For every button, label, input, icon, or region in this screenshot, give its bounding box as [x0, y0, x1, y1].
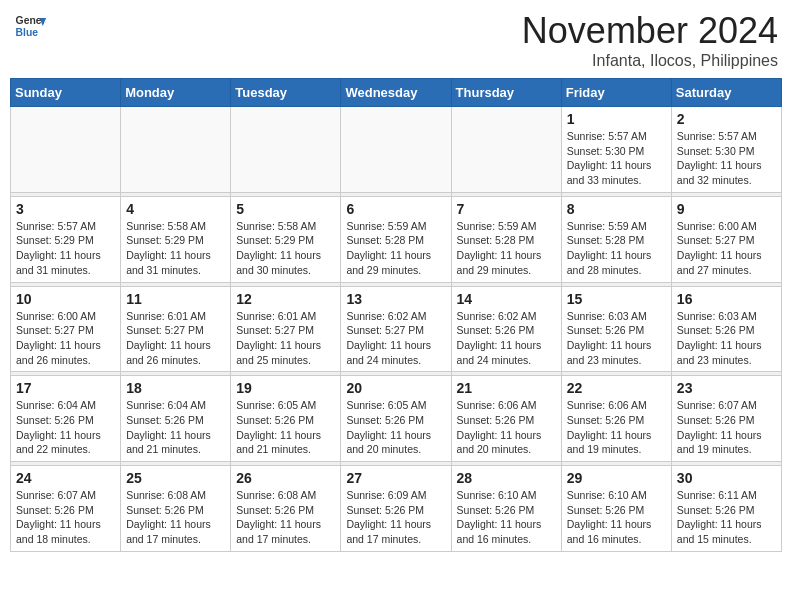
day-number: 16	[677, 291, 776, 307]
day-info: Sunrise: 6:02 AM Sunset: 5:27 PM Dayligh…	[346, 309, 445, 368]
day-number: 13	[346, 291, 445, 307]
day-info: Sunrise: 6:08 AM Sunset: 5:26 PM Dayligh…	[236, 488, 335, 547]
calendar-day-cell: 29Sunrise: 6:10 AM Sunset: 5:26 PM Dayli…	[561, 466, 671, 552]
calendar-day-cell: 21Sunrise: 6:06 AM Sunset: 5:26 PM Dayli…	[451, 376, 561, 462]
calendar-day-cell: 4Sunrise: 5:58 AM Sunset: 5:29 PM Daylig…	[121, 196, 231, 282]
day-number: 12	[236, 291, 335, 307]
day-info: Sunrise: 5:58 AM Sunset: 5:29 PM Dayligh…	[236, 219, 335, 278]
day-number: 10	[16, 291, 115, 307]
page-header: General Blue November 2024 Infanta, Iloc…	[10, 10, 782, 70]
calendar-day-cell: 19Sunrise: 6:05 AM Sunset: 5:26 PM Dayli…	[231, 376, 341, 462]
day-number: 20	[346, 380, 445, 396]
day-info: Sunrise: 5:59 AM Sunset: 5:28 PM Dayligh…	[346, 219, 445, 278]
calendar-day-cell: 13Sunrise: 6:02 AM Sunset: 5:27 PM Dayli…	[341, 286, 451, 372]
day-number: 19	[236, 380, 335, 396]
calendar-day-cell: 3Sunrise: 5:57 AM Sunset: 5:29 PM Daylig…	[11, 196, 121, 282]
day-number: 1	[567, 111, 666, 127]
weekday-header: Tuesday	[231, 79, 341, 107]
calendar-day-cell	[231, 107, 341, 193]
calendar-day-cell: 30Sunrise: 6:11 AM Sunset: 5:26 PM Dayli…	[671, 466, 781, 552]
day-info: Sunrise: 6:01 AM Sunset: 5:27 PM Dayligh…	[236, 309, 335, 368]
day-info: Sunrise: 6:00 AM Sunset: 5:27 PM Dayligh…	[677, 219, 776, 278]
day-info: Sunrise: 6:01 AM Sunset: 5:27 PM Dayligh…	[126, 309, 225, 368]
day-info: Sunrise: 6:03 AM Sunset: 5:26 PM Dayligh…	[567, 309, 666, 368]
calendar-day-cell	[451, 107, 561, 193]
day-info: Sunrise: 5:57 AM Sunset: 5:29 PM Dayligh…	[16, 219, 115, 278]
day-info: Sunrise: 6:05 AM Sunset: 5:26 PM Dayligh…	[346, 398, 445, 457]
calendar-day-cell: 1Sunrise: 5:57 AM Sunset: 5:30 PM Daylig…	[561, 107, 671, 193]
calendar-day-cell: 10Sunrise: 6:00 AM Sunset: 5:27 PM Dayli…	[11, 286, 121, 372]
day-info: Sunrise: 5:59 AM Sunset: 5:28 PM Dayligh…	[567, 219, 666, 278]
calendar-day-cell: 27Sunrise: 6:09 AM Sunset: 5:26 PM Dayli…	[341, 466, 451, 552]
calendar-day-cell: 14Sunrise: 6:02 AM Sunset: 5:26 PM Dayli…	[451, 286, 561, 372]
day-info: Sunrise: 6:09 AM Sunset: 5:26 PM Dayligh…	[346, 488, 445, 547]
calendar-day-cell: 2Sunrise: 5:57 AM Sunset: 5:30 PM Daylig…	[671, 107, 781, 193]
calendar-week-row: 10Sunrise: 6:00 AM Sunset: 5:27 PM Dayli…	[11, 286, 782, 372]
calendar-day-cell: 5Sunrise: 5:58 AM Sunset: 5:29 PM Daylig…	[231, 196, 341, 282]
day-info: Sunrise: 6:06 AM Sunset: 5:26 PM Dayligh…	[567, 398, 666, 457]
day-number: 4	[126, 201, 225, 217]
calendar-day-cell	[341, 107, 451, 193]
day-number: 29	[567, 470, 666, 486]
weekday-header: Thursday	[451, 79, 561, 107]
day-number: 22	[567, 380, 666, 396]
day-number: 11	[126, 291, 225, 307]
day-info: Sunrise: 6:04 AM Sunset: 5:26 PM Dayligh…	[126, 398, 225, 457]
calendar-week-row: 1Sunrise: 5:57 AM Sunset: 5:30 PM Daylig…	[11, 107, 782, 193]
day-number: 28	[457, 470, 556, 486]
day-number: 26	[236, 470, 335, 486]
day-info: Sunrise: 6:10 AM Sunset: 5:26 PM Dayligh…	[457, 488, 556, 547]
calendar-day-cell: 18Sunrise: 6:04 AM Sunset: 5:26 PM Dayli…	[121, 376, 231, 462]
day-number: 23	[677, 380, 776, 396]
day-info: Sunrise: 6:07 AM Sunset: 5:26 PM Dayligh…	[677, 398, 776, 457]
logo: General Blue	[14, 10, 46, 42]
day-number: 5	[236, 201, 335, 217]
day-info: Sunrise: 6:08 AM Sunset: 5:26 PM Dayligh…	[126, 488, 225, 547]
day-info: Sunrise: 6:10 AM Sunset: 5:26 PM Dayligh…	[567, 488, 666, 547]
day-number: 24	[16, 470, 115, 486]
calendar-day-cell: 28Sunrise: 6:10 AM Sunset: 5:26 PM Dayli…	[451, 466, 561, 552]
month-title: November 2024	[522, 10, 778, 52]
calendar-table: SundayMondayTuesdayWednesdayThursdayFrid…	[10, 78, 782, 552]
day-number: 18	[126, 380, 225, 396]
day-number: 8	[567, 201, 666, 217]
day-number: 7	[457, 201, 556, 217]
calendar-week-row: 24Sunrise: 6:07 AM Sunset: 5:26 PM Dayli…	[11, 466, 782, 552]
location-title: Infanta, Ilocos, Philippines	[522, 52, 778, 70]
day-info: Sunrise: 6:11 AM Sunset: 5:26 PM Dayligh…	[677, 488, 776, 547]
day-info: Sunrise: 6:04 AM Sunset: 5:26 PM Dayligh…	[16, 398, 115, 457]
day-info: Sunrise: 5:58 AM Sunset: 5:29 PM Dayligh…	[126, 219, 225, 278]
day-info: Sunrise: 6:05 AM Sunset: 5:26 PM Dayligh…	[236, 398, 335, 457]
weekday-header: Saturday	[671, 79, 781, 107]
day-info: Sunrise: 6:02 AM Sunset: 5:26 PM Dayligh…	[457, 309, 556, 368]
day-number: 9	[677, 201, 776, 217]
calendar-day-cell: 20Sunrise: 6:05 AM Sunset: 5:26 PM Dayli…	[341, 376, 451, 462]
calendar-day-cell: 25Sunrise: 6:08 AM Sunset: 5:26 PM Dayli…	[121, 466, 231, 552]
calendar-day-cell: 15Sunrise: 6:03 AM Sunset: 5:26 PM Dayli…	[561, 286, 671, 372]
logo-icon: General Blue	[14, 10, 46, 42]
title-section: November 2024 Infanta, Ilocos, Philippin…	[522, 10, 778, 70]
day-info: Sunrise: 5:57 AM Sunset: 5:30 PM Dayligh…	[677, 129, 776, 188]
day-number: 2	[677, 111, 776, 127]
day-number: 27	[346, 470, 445, 486]
day-info: Sunrise: 6:00 AM Sunset: 5:27 PM Dayligh…	[16, 309, 115, 368]
calendar-week-row: 3Sunrise: 5:57 AM Sunset: 5:29 PM Daylig…	[11, 196, 782, 282]
day-number: 17	[16, 380, 115, 396]
day-info: Sunrise: 5:57 AM Sunset: 5:30 PM Dayligh…	[567, 129, 666, 188]
calendar-day-cell: 12Sunrise: 6:01 AM Sunset: 5:27 PM Dayli…	[231, 286, 341, 372]
weekday-header: Wednesday	[341, 79, 451, 107]
day-number: 25	[126, 470, 225, 486]
day-number: 6	[346, 201, 445, 217]
calendar-day-cell: 22Sunrise: 6:06 AM Sunset: 5:26 PM Dayli…	[561, 376, 671, 462]
weekday-header: Monday	[121, 79, 231, 107]
calendar-day-cell: 24Sunrise: 6:07 AM Sunset: 5:26 PM Dayli…	[11, 466, 121, 552]
calendar-day-cell: 6Sunrise: 5:59 AM Sunset: 5:28 PM Daylig…	[341, 196, 451, 282]
calendar-day-cell: 16Sunrise: 6:03 AM Sunset: 5:26 PM Dayli…	[671, 286, 781, 372]
calendar-day-cell: 11Sunrise: 6:01 AM Sunset: 5:27 PM Dayli…	[121, 286, 231, 372]
calendar-day-cell	[121, 107, 231, 193]
weekday-header: Friday	[561, 79, 671, 107]
calendar-day-cell: 17Sunrise: 6:04 AM Sunset: 5:26 PM Dayli…	[11, 376, 121, 462]
calendar-day-cell: 9Sunrise: 6:00 AM Sunset: 5:27 PM Daylig…	[671, 196, 781, 282]
day-number: 21	[457, 380, 556, 396]
calendar-day-cell	[11, 107, 121, 193]
